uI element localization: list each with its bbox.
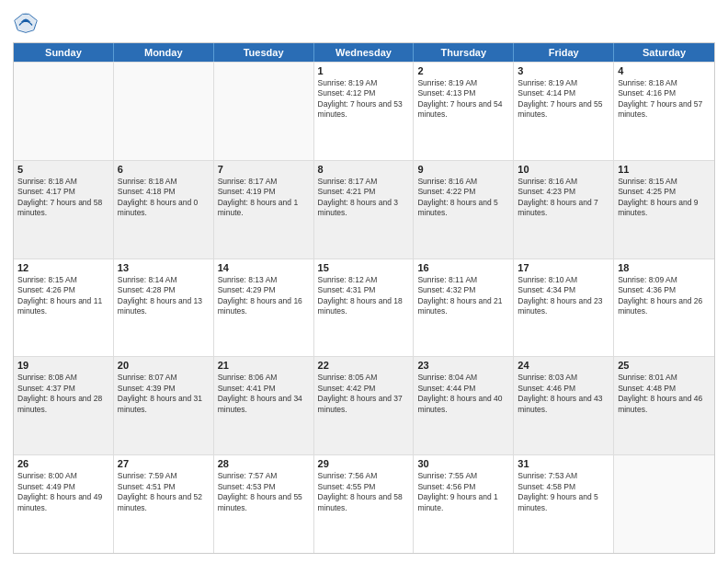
calendar-cell: 8Sunrise: 8:17 AM Sunset: 4:21 PM Daylig… xyxy=(314,161,415,259)
day-number: 13 xyxy=(118,262,210,273)
calendar-cell: 6Sunrise: 8:18 AM Sunset: 4:18 PM Daylig… xyxy=(114,161,214,259)
day-number: 26 xyxy=(17,458,109,469)
calendar-row: 12Sunrise: 8:15 AM Sunset: 4:26 PM Dayli… xyxy=(14,259,714,357)
day-number: 27 xyxy=(118,458,210,469)
calendar-cell: 7Sunrise: 8:17 AM Sunset: 4:19 PM Daylig… xyxy=(214,161,314,259)
day-number: 20 xyxy=(118,360,210,371)
calendar-cell: 17Sunrise: 8:10 AM Sunset: 4:34 PM Dayli… xyxy=(514,259,614,357)
calendar-cell: 12Sunrise: 8:15 AM Sunset: 4:26 PM Dayli… xyxy=(14,259,114,357)
day-detail: Sunrise: 8:15 AM Sunset: 4:25 PM Dayligh… xyxy=(618,177,711,219)
day-number: 15 xyxy=(318,262,410,273)
day-number: 9 xyxy=(417,164,509,175)
day-detail: Sunrise: 8:18 AM Sunset: 4:18 PM Dayligh… xyxy=(118,177,210,219)
calendar-cell xyxy=(614,455,714,553)
day-detail: Sunrise: 7:59 AM Sunset: 4:51 PM Dayligh… xyxy=(118,471,210,513)
day-detail: Sunrise: 8:17 AM Sunset: 4:21 PM Dayligh… xyxy=(318,177,410,219)
calendar-row: 26Sunrise: 8:00 AM Sunset: 4:49 PM Dayli… xyxy=(14,454,714,553)
calendar-cell: 22Sunrise: 8:05 AM Sunset: 4:42 PM Dayli… xyxy=(314,357,415,454)
calendar-cell: 19Sunrise: 8:08 AM Sunset: 4:37 PM Dayli… xyxy=(14,357,114,454)
day-number: 12 xyxy=(17,262,109,273)
day-detail: Sunrise: 8:16 AM Sunset: 4:22 PM Dayligh… xyxy=(417,177,509,219)
calendar-cell xyxy=(14,63,114,160)
day-detail: Sunrise: 8:11 AM Sunset: 4:32 PM Dayligh… xyxy=(417,275,509,317)
calendar-cell: 5Sunrise: 8:18 AM Sunset: 4:17 PM Daylig… xyxy=(14,161,114,259)
calendar-cell: 16Sunrise: 8:11 AM Sunset: 4:32 PM Dayli… xyxy=(414,259,514,357)
day-detail: Sunrise: 7:55 AM Sunset: 4:56 PM Dayligh… xyxy=(417,471,509,513)
day-number: 6 xyxy=(118,164,210,175)
calendar-cell: 3Sunrise: 8:19 AM Sunset: 4:14 PM Daylig… xyxy=(514,63,614,160)
calendar-cell: 11Sunrise: 8:15 AM Sunset: 4:25 PM Dayli… xyxy=(614,161,714,259)
calendar-cell xyxy=(114,63,214,160)
calendar-cell: 14Sunrise: 8:13 AM Sunset: 4:29 PM Dayli… xyxy=(214,259,314,357)
calendar-cell: 1Sunrise: 8:19 AM Sunset: 4:12 PM Daylig… xyxy=(314,63,415,160)
day-detail: Sunrise: 8:16 AM Sunset: 4:23 PM Dayligh… xyxy=(518,177,609,219)
day-number: 23 xyxy=(417,360,509,371)
day-detail: Sunrise: 8:19 AM Sunset: 4:13 PM Dayligh… xyxy=(417,78,509,121)
calendar-cell: 30Sunrise: 7:55 AM Sunset: 4:56 PM Dayli… xyxy=(414,455,514,553)
calendar-body: 1Sunrise: 8:19 AM Sunset: 4:12 PM Daylig… xyxy=(14,62,714,553)
calendar-cell: 13Sunrise: 8:14 AM Sunset: 4:28 PM Dayli… xyxy=(114,259,214,357)
day-detail: Sunrise: 8:03 AM Sunset: 4:46 PM Dayligh… xyxy=(518,373,609,415)
day-number: 3 xyxy=(518,65,609,76)
day-number: 18 xyxy=(618,262,711,273)
day-number: 8 xyxy=(318,164,410,175)
calendar-cell: 20Sunrise: 8:07 AM Sunset: 4:39 PM Dayli… xyxy=(114,357,214,454)
day-number: 5 xyxy=(17,164,109,175)
day-number: 10 xyxy=(518,164,609,175)
header xyxy=(13,9,715,35)
day-detail: Sunrise: 8:18 AM Sunset: 4:17 PM Dayligh… xyxy=(17,177,109,219)
logo-icon xyxy=(13,9,39,35)
calendar: SundayMondayTuesdayWednesdayThursdayFrid… xyxy=(13,42,715,554)
day-number: 30 xyxy=(417,458,509,469)
day-number: 17 xyxy=(518,262,609,273)
day-number: 25 xyxy=(618,360,711,371)
day-of-week-header: Monday xyxy=(114,43,214,62)
day-detail: Sunrise: 8:01 AM Sunset: 4:48 PM Dayligh… xyxy=(618,373,711,415)
day-number: 4 xyxy=(618,65,711,76)
day-of-week-header: Tuesday xyxy=(214,43,314,62)
calendar-cell xyxy=(214,63,314,160)
calendar-cell: 21Sunrise: 8:06 AM Sunset: 4:41 PM Dayli… xyxy=(214,357,314,454)
day-of-week-header: Thursday xyxy=(414,43,514,62)
day-of-week-header: Sunday xyxy=(14,43,114,62)
day-detail: Sunrise: 8:19 AM Sunset: 4:14 PM Dayligh… xyxy=(518,78,609,121)
calendar-cell: 2Sunrise: 8:19 AM Sunset: 4:13 PM Daylig… xyxy=(414,63,514,160)
day-number: 7 xyxy=(218,164,310,175)
day-number: 28 xyxy=(218,458,310,469)
day-detail: Sunrise: 8:18 AM Sunset: 4:16 PM Dayligh… xyxy=(618,78,711,121)
calendar-row: 5Sunrise: 8:18 AM Sunset: 4:17 PM Daylig… xyxy=(14,160,714,259)
day-of-week-header: Friday xyxy=(514,43,614,62)
calendar-cell: 10Sunrise: 8:16 AM Sunset: 4:23 PM Dayli… xyxy=(514,161,614,259)
day-detail: Sunrise: 8:00 AM Sunset: 4:49 PM Dayligh… xyxy=(17,471,109,513)
calendar-cell: 28Sunrise: 7:57 AM Sunset: 4:53 PM Dayli… xyxy=(214,455,314,553)
calendar-cell: 24Sunrise: 8:03 AM Sunset: 4:46 PM Dayli… xyxy=(514,357,614,454)
day-of-week-header: Wednesday xyxy=(314,43,415,62)
day-detail: Sunrise: 8:04 AM Sunset: 4:44 PM Dayligh… xyxy=(417,373,509,415)
day-detail: Sunrise: 8:19 AM Sunset: 4:12 PM Dayligh… xyxy=(318,78,410,121)
calendar-cell: 4Sunrise: 8:18 AM Sunset: 4:16 PM Daylig… xyxy=(614,63,714,160)
calendar-row: 19Sunrise: 8:08 AM Sunset: 4:37 PM Dayli… xyxy=(14,356,714,454)
calendar-row: 1Sunrise: 8:19 AM Sunset: 4:12 PM Daylig… xyxy=(14,62,714,160)
calendar-header: SundayMondayTuesdayWednesdayThursdayFrid… xyxy=(14,43,714,62)
day-detail: Sunrise: 8:17 AM Sunset: 4:19 PM Dayligh… xyxy=(218,177,310,219)
day-number: 24 xyxy=(518,360,609,371)
day-detail: Sunrise: 8:15 AM Sunset: 4:26 PM Dayligh… xyxy=(17,275,109,317)
day-detail: Sunrise: 8:13 AM Sunset: 4:29 PM Dayligh… xyxy=(218,275,310,317)
day-detail: Sunrise: 8:14 AM Sunset: 4:28 PM Dayligh… xyxy=(118,275,210,317)
day-detail: Sunrise: 8:09 AM Sunset: 4:36 PM Dayligh… xyxy=(618,275,711,317)
day-detail: Sunrise: 8:05 AM Sunset: 4:42 PM Dayligh… xyxy=(318,373,410,415)
calendar-cell: 25Sunrise: 8:01 AM Sunset: 4:48 PM Dayli… xyxy=(614,357,714,454)
calendar-cell: 18Sunrise: 8:09 AM Sunset: 4:36 PM Dayli… xyxy=(614,259,714,357)
day-number: 29 xyxy=(318,458,410,469)
day-detail: Sunrise: 7:53 AM Sunset: 4:58 PM Dayligh… xyxy=(518,471,609,513)
calendar-cell: 27Sunrise: 7:59 AM Sunset: 4:51 PM Dayli… xyxy=(114,455,214,553)
day-number: 2 xyxy=(417,65,509,76)
day-number: 16 xyxy=(417,262,509,273)
day-detail: Sunrise: 8:08 AM Sunset: 4:37 PM Dayligh… xyxy=(17,373,109,415)
calendar-cell: 9Sunrise: 8:16 AM Sunset: 4:22 PM Daylig… xyxy=(414,161,514,259)
day-detail: Sunrise: 8:12 AM Sunset: 4:31 PM Dayligh… xyxy=(318,275,410,317)
logo xyxy=(13,9,42,35)
day-number: 1 xyxy=(318,65,410,76)
day-detail: Sunrise: 7:56 AM Sunset: 4:55 PM Dayligh… xyxy=(318,471,410,513)
calendar-cell: 26Sunrise: 8:00 AM Sunset: 4:49 PM Dayli… xyxy=(14,455,114,553)
